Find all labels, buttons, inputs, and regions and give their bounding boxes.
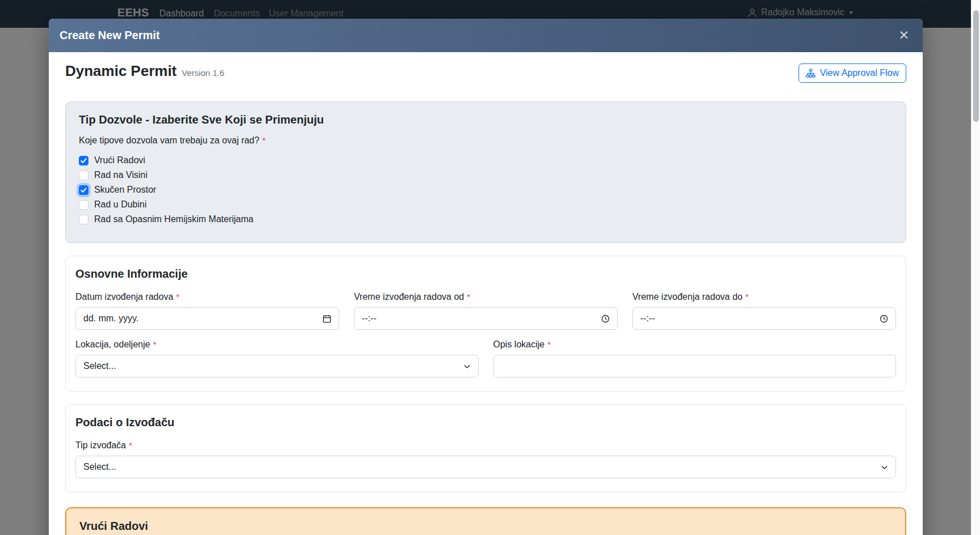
time-to-input[interactable]: --:-- [632, 307, 896, 330]
contractor-type-label: Tip izvođača* [75, 440, 896, 451]
permit-types-question: Koje tipove dozvola vam trebaju za ovaj … [79, 135, 893, 146]
checkbox-chemical-work[interactable] [79, 215, 88, 224]
scrollbar-track[interactable] [971, 0, 980, 535]
permit-type-option-hot-work: Vrući Radovi [79, 153, 893, 168]
contractor-type-field-group: Tip izvođača* Select... [75, 440, 896, 478]
location-desc-label: Opis lokacije* [493, 339, 897, 350]
location-label: Lokacija, odeljenje* [75, 339, 479, 350]
checkbox-hot-work[interactable] [79, 156, 88, 165]
modal-title: Create New Permit [60, 29, 160, 42]
required-marker: * [153, 339, 157, 349]
checkbox-height-work[interactable] [79, 171, 88, 180]
view-approval-flow-button[interactable]: View Approval Flow [799, 63, 906, 83]
chevron-down-icon [881, 464, 888, 471]
screen: EEHS Dashboard Documents User Management… [0, 0, 980, 535]
date-field-group: Datum izvođenja radova* dd. mm. yyyy. [75, 292, 339, 330]
checkbox-label[interactable]: Rad sa Opasnim Hemijskim Materijama [94, 214, 254, 224]
time-from-field-group: Vreme izvođenja radova od* --:-- [354, 292, 618, 330]
contractor-section: Podaci o Izvođaču Tip izvođača* Select..… [65, 404, 906, 492]
close-icon[interactable]: ✕ [894, 26, 914, 45]
permit-type-option-height-work: Rad na Visini [79, 168, 893, 182]
chevron-down-icon [463, 363, 471, 370]
required-marker: * [129, 440, 132, 450]
required-marker: * [262, 135, 265, 145]
required-marker: * [467, 292, 470, 302]
checkbox-label[interactable]: Vrući Radovi [94, 155, 145, 165]
time-from-input[interactable]: --:-- [354, 307, 618, 330]
modal-body: Dynamic Permit Version 1.6 View Approval… [49, 52, 923, 535]
hot-work-section: Vrući Radovi [65, 507, 906, 535]
scrollbar-thumb[interactable] [973, 10, 979, 122]
time-to-field-group: Vreme izvođenja radova do* --:-- [632, 292, 896, 330]
checkbox-depth-work[interactable] [79, 200, 88, 210]
contractor-title: Podaci o Izvođaču [75, 416, 896, 429]
location-select[interactable]: Select... [75, 355, 479, 377]
form-version: Version 1.6 [182, 68, 225, 78]
checkbox-label[interactable]: Skučen Prostor [94, 185, 156, 195]
checkbox-label[interactable]: Rad na Visini [94, 170, 147, 180]
basic-info-section: Osnovne Informacije Datum izvođenja rado… [65, 256, 906, 392]
required-marker: * [547, 339, 551, 349]
permit-types-title: Tip Dozvole - Izaberite Sve Koji se Prim… [79, 113, 893, 126]
location-desc-input[interactable] [493, 355, 897, 377]
permit-type-option-confined-space: Skučen Prostor [79, 182, 893, 197]
location-desc-field-group: Opis lokacije* [493, 339, 897, 377]
modal-header: Create New Permit ✕ [49, 19, 923, 52]
required-marker: * [176, 292, 180, 302]
clock-icon [601, 315, 610, 323]
clock-icon [880, 315, 888, 323]
time-from-label: Vreme izvođenja radova od* [354, 292, 618, 302]
location-field-group: Lokacija, odeljenje* Select... [75, 339, 479, 377]
permit-types-section: Tip Dozvole - Izaberite Sve Koji se Prim… [65, 101, 906, 243]
date-label: Datum izvođenja radova* [75, 292, 339, 302]
calendar-icon [323, 315, 331, 323]
diagram-icon [806, 69, 816, 78]
checkbox-label[interactable]: Rad u Dubini [94, 199, 147, 210]
required-marker: * [745, 292, 749, 302]
permit-type-option-depth-work: Rad u Dubini [79, 197, 893, 212]
checkbox-confined-space[interactable] [79, 185, 88, 195]
form-title: Dynamic Permit [65, 62, 177, 80]
permit-type-option-chemical-work: Rad sa Opasnim Hemijskim Materijama [79, 212, 893, 227]
date-input[interactable]: dd. mm. yyyy. [75, 307, 339, 330]
contractor-type-select[interactable]: Select... [75, 456, 896, 478]
time-to-label: Vreme izvođenja radova do* [632, 292, 896, 302]
create-permit-modal: Create New Permit ✕ Dynamic Permit Versi… [49, 19, 923, 535]
hot-work-title: Vrući Radovi [79, 520, 892, 533]
basic-info-title: Osnovne Informacije [75, 268, 896, 281]
